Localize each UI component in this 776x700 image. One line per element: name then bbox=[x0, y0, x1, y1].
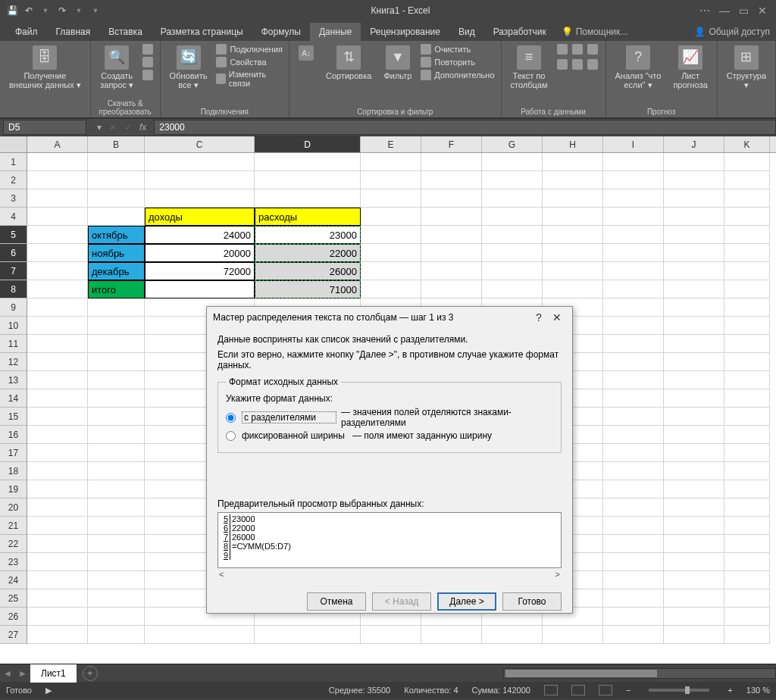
cell-A21[interactable] bbox=[27, 517, 88, 535]
tab-formulas[interactable]: Формулы bbox=[252, 23, 310, 41]
cell-C3[interactable] bbox=[145, 189, 255, 208]
cell-G2[interactable] bbox=[482, 171, 543, 189]
col-header-a[interactable]: A bbox=[27, 136, 88, 152]
cell-J1[interactable] bbox=[664, 153, 724, 171]
col-header-j[interactable]: J bbox=[664, 136, 724, 152]
col-header-e[interactable]: E bbox=[361, 136, 421, 152]
forecast-sheet-button[interactable]: 📈 Лист прогноза bbox=[670, 44, 710, 91]
cell-A4[interactable] bbox=[27, 208, 88, 226]
cell-A25[interactable] bbox=[27, 589, 88, 608]
row-header-3[interactable]: 3 bbox=[0, 189, 27, 208]
row-header-2[interactable]: 2 bbox=[0, 171, 27, 189]
cell-E7[interactable] bbox=[361, 262, 421, 280]
horizontal-scrollbar[interactable] bbox=[98, 668, 776, 679]
cell-C6[interactable]: 20000 bbox=[145, 244, 255, 262]
confirm-formula-icon[interactable]: ✓ bbox=[124, 122, 132, 133]
cell-J3[interactable] bbox=[664, 189, 724, 208]
cell-G7[interactable] bbox=[482, 262, 543, 280]
data-validation-icon[interactable] bbox=[587, 44, 598, 55]
cell-A6[interactable] bbox=[27, 244, 88, 262]
cell-J20[interactable] bbox=[664, 498, 724, 517]
zoom-in-button[interactable]: + bbox=[728, 686, 732, 695]
cell-I7[interactable] bbox=[603, 262, 664, 280]
name-box[interactable] bbox=[3, 120, 86, 135]
cell-H8[interactable] bbox=[543, 280, 603, 298]
cell-E27[interactable] bbox=[361, 626, 421, 644]
relationships-icon[interactable] bbox=[572, 59, 583, 70]
cell-B21[interactable] bbox=[88, 517, 145, 535]
col-header-f[interactable]: F bbox=[421, 136, 482, 152]
cell-H7[interactable] bbox=[543, 262, 603, 280]
clear-filter-button[interactable]: Очистить bbox=[421, 44, 494, 55]
connections-button[interactable]: Подключения bbox=[216, 44, 283, 55]
dialog-close-button[interactable]: ✕ bbox=[548, 311, 566, 323]
delimited-label[interactable]: с разделителями bbox=[242, 411, 336, 423]
cell-D3[interactable] bbox=[255, 189, 361, 208]
cell-H1[interactable] bbox=[543, 153, 603, 171]
reapply-button[interactable]: Повторить bbox=[421, 57, 494, 67]
cell-I23[interactable] bbox=[603, 553, 664, 571]
cell-K25[interactable] bbox=[724, 589, 770, 608]
cell-A13[interactable] bbox=[27, 371, 88, 389]
tab-developer[interactable]: Разработчик bbox=[484, 23, 555, 41]
cell-A16[interactable] bbox=[27, 426, 88, 444]
cell-G27[interactable] bbox=[482, 626, 543, 644]
next-button[interactable]: Далее > bbox=[437, 592, 496, 611]
cell-K23[interactable] bbox=[724, 553, 770, 571]
cell-C27[interactable] bbox=[145, 626, 255, 644]
view-page-layout-button[interactable] bbox=[571, 685, 585, 695]
text-to-columns-button[interactable]: ≡ Текст по столбцам bbox=[508, 44, 551, 91]
cell-A3[interactable] bbox=[27, 189, 88, 208]
cell-A23[interactable] bbox=[27, 553, 88, 571]
minimize-icon[interactable]: — bbox=[719, 5, 730, 17]
cell-K19[interactable] bbox=[724, 480, 770, 498]
close-icon[interactable]: ✕ bbox=[758, 5, 767, 17]
cell-F1[interactable] bbox=[421, 153, 482, 171]
col-header-c[interactable]: C bbox=[145, 136, 255, 152]
flash-fill-icon[interactable] bbox=[557, 44, 568, 55]
row-header-18[interactable]: 18 bbox=[0, 462, 27, 480]
cell-H3[interactable] bbox=[543, 189, 603, 208]
fixed-width-label[interactable]: фиксированной ширины bbox=[242, 430, 348, 441]
cell-I9[interactable] bbox=[603, 298, 664, 317]
cell-I4[interactable] bbox=[603, 208, 664, 226]
row-header-16[interactable]: 16 bbox=[0, 426, 27, 444]
cell-K17[interactable] bbox=[724, 444, 770, 462]
row-header-8[interactable]: 8 bbox=[0, 280, 27, 298]
cell-B6[interactable]: ноябрь bbox=[88, 244, 145, 262]
cell-K21[interactable] bbox=[724, 517, 770, 535]
cell-I21[interactable] bbox=[603, 517, 664, 535]
cell-J16[interactable] bbox=[664, 426, 724, 444]
preview-scroll-right[interactable]: > bbox=[555, 570, 560, 579]
row-header-14[interactable]: 14 bbox=[0, 389, 27, 408]
cell-E8[interactable] bbox=[361, 280, 421, 298]
row-header-12[interactable]: 12 bbox=[0, 353, 27, 371]
cell-J25[interactable] bbox=[664, 589, 724, 608]
cell-B22[interactable] bbox=[88, 535, 145, 553]
cell-I22[interactable] bbox=[603, 535, 664, 553]
cell-J14[interactable] bbox=[664, 389, 724, 408]
cell-J24[interactable] bbox=[664, 571, 724, 589]
new-sheet-button[interactable]: + bbox=[83, 666, 98, 681]
cell-E6[interactable] bbox=[361, 244, 421, 262]
cell-K14[interactable] bbox=[724, 389, 770, 408]
tab-insert[interactable]: Вставка bbox=[99, 23, 152, 41]
advanced-filter-button[interactable]: Дополнительно bbox=[421, 70, 494, 80]
cell-J5[interactable] bbox=[664, 226, 724, 244]
cell-J26[interactable] bbox=[664, 608, 724, 626]
cell-F5[interactable] bbox=[421, 226, 482, 244]
cell-J19[interactable] bbox=[664, 480, 724, 498]
cell-J7[interactable] bbox=[664, 262, 724, 280]
cell-A11[interactable] bbox=[27, 335, 88, 353]
edit-links-button[interactable]: Изменить связи bbox=[216, 70, 283, 88]
macro-record-icon[interactable]: ▶ bbox=[45, 686, 52, 695]
cell-A8[interactable] bbox=[27, 280, 88, 298]
cell-I12[interactable] bbox=[603, 353, 664, 371]
tab-data[interactable]: Данные bbox=[310, 23, 361, 41]
cell-B17[interactable] bbox=[88, 444, 145, 462]
cell-C4[interactable]: доходы bbox=[145, 208, 255, 226]
worksheet[interactable]: A B C D E F G H I J K 1234доходырасходы5… bbox=[0, 136, 776, 664]
cell-K2[interactable] bbox=[724, 171, 770, 189]
cell-E4[interactable] bbox=[361, 208, 421, 226]
cell-K10[interactable] bbox=[724, 317, 770, 335]
